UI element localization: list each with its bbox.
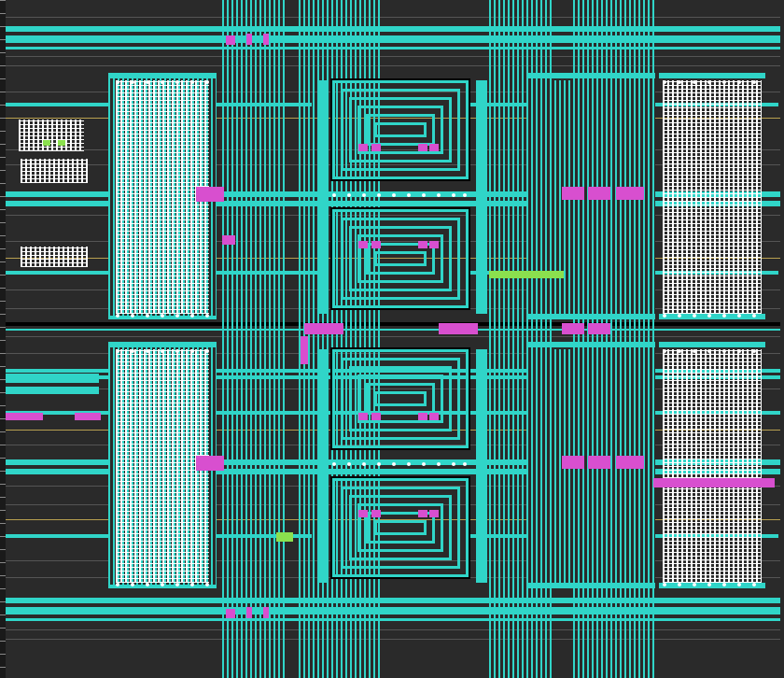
dense-cell (19, 120, 84, 151)
ruler-tick (0, 536, 6, 537)
via (437, 193, 441, 197)
metal-v-bus (517, 0, 519, 678)
ruler-tick (0, 588, 6, 589)
ruler-tick (0, 366, 6, 367)
via (707, 314, 711, 318)
via (693, 349, 696, 353)
metal-block-pink (226, 609, 235, 618)
via (116, 314, 119, 318)
metal-v-bus (489, 0, 491, 678)
metal-v-bus (508, 0, 510, 678)
ruler-tick (0, 628, 6, 629)
via (663, 314, 666, 318)
metal-block (6, 387, 99, 394)
metal-block-pink (358, 413, 368, 420)
thin-track (6, 17, 780, 18)
via (131, 583, 134, 586)
metal-block-pink (371, 413, 381, 420)
via (362, 462, 366, 466)
metal-block (526, 314, 655, 319)
metal-h (6, 329, 780, 331)
via (407, 193, 411, 197)
metal-block (659, 314, 765, 319)
metal-block (659, 73, 765, 78)
ruler-tick (0, 144, 6, 145)
metal-v-bus (231, 0, 233, 678)
ruler-tick (0, 170, 6, 171)
ruler-tick (0, 13, 6, 14)
ruler-tick (0, 641, 6, 642)
metal-v-bus (245, 0, 247, 678)
ruler-tick (0, 601, 6, 602)
ruler-tick (0, 78, 6, 79)
via (737, 349, 741, 353)
metal-v-bus (259, 0, 261, 678)
metal-v-bus (522, 0, 524, 678)
thin-track (6, 56, 780, 57)
ruler-tick (0, 379, 6, 380)
ruler-tick (0, 65, 6, 66)
metal-v-bus (278, 0, 280, 678)
via (752, 80, 756, 84)
metal-block-pink (75, 413, 101, 420)
via (392, 193, 396, 197)
via (161, 314, 164, 318)
via (663, 80, 666, 84)
inductor-ring (374, 251, 427, 266)
via (175, 583, 179, 586)
ruler-tick (0, 0, 6, 1)
via (452, 462, 455, 466)
dense-cell (116, 80, 209, 314)
via (161, 80, 164, 84)
metal-block-pink (226, 35, 235, 45)
via (161, 583, 164, 586)
metal-block-pink (358, 241, 368, 248)
metal-block-pink (616, 187, 644, 200)
metal-block-pink (653, 478, 775, 487)
via (146, 349, 149, 353)
ruler-tick (0, 353, 6, 354)
metal-v-bus (313, 0, 315, 678)
metal-h (6, 35, 780, 43)
metal-block-pink (371, 510, 381, 517)
metal-block-pink (418, 144, 427, 151)
metal-block-pink (429, 510, 439, 517)
ruler-tick (0, 484, 6, 485)
metal-block-pink (429, 241, 439, 248)
layout-canvas[interactable] (0, 0, 784, 678)
ruler-tick (0, 196, 6, 197)
ruler-tick (0, 131, 6, 132)
via (377, 462, 381, 466)
ruler-tick (0, 523, 6, 524)
via (205, 314, 209, 318)
metal-v-bus (494, 0, 496, 678)
metal-v-bus (264, 0, 266, 678)
via (190, 349, 194, 353)
metal-block-pink (418, 510, 427, 517)
via (463, 462, 467, 466)
via (332, 462, 336, 466)
ruler-tick (0, 275, 6, 275)
via (737, 80, 741, 84)
ruler-tick (0, 183, 6, 184)
metal-block-pink (304, 323, 343, 334)
via (722, 349, 726, 353)
ruler-tick (0, 667, 6, 668)
dense-cell (21, 159, 88, 183)
via (205, 80, 209, 84)
metal-block-pink (301, 336, 308, 364)
ruler-tick (0, 261, 6, 262)
via (146, 80, 149, 84)
metal-v-bus (498, 0, 500, 678)
via (190, 314, 194, 318)
ruler-tick (0, 445, 6, 445)
ruler-tick (0, 614, 6, 615)
via (332, 193, 336, 197)
via (347, 193, 351, 197)
metal-block-pink (6, 413, 43, 420)
ruler-tick (0, 340, 6, 341)
metal-v-bus (250, 0, 252, 678)
metal-v-bus (227, 0, 229, 678)
metal-block (526, 583, 655, 588)
metal-block-pink (358, 510, 368, 517)
